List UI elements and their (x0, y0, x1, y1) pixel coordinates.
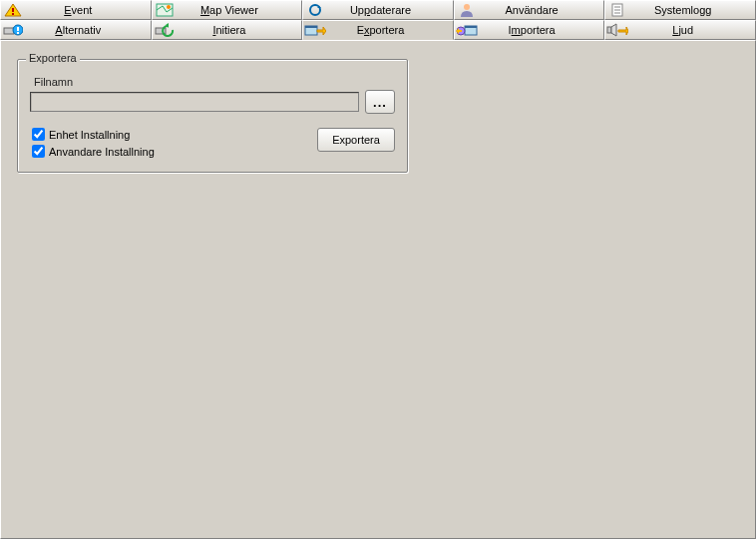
tab-systemlog[interactable]: Systemlogg (604, 0, 756, 20)
tab-updater[interactable]: Uppdaterare (302, 0, 454, 20)
tab-event[interactable]: Event (0, 0, 152, 20)
svg-rect-1 (12, 13, 14, 15)
checkbox-user-setting[interactable]: Anvandare Installning (32, 145, 155, 158)
tab-label: Exportera (326, 24, 453, 36)
tab-label: Map Viewer (176, 4, 302, 16)
user-icon (456, 1, 478, 19)
checkbox-group: Enhet Installning Anvandare Installning (32, 128, 155, 158)
browse-button[interactable]: ... (365, 90, 395, 114)
export-icon (304, 21, 326, 39)
tab-initiera[interactable]: Initiera (152, 20, 303, 40)
svg-point-3 (167, 5, 171, 9)
svg-rect-20 (607, 27, 611, 33)
export-button[interactable]: Exportera (317, 128, 395, 152)
options-row: Enhet Installning Anvandare Installning … (30, 126, 395, 158)
document-icon (606, 1, 628, 19)
checkbox-user-input[interactable] (32, 145, 45, 158)
svg-rect-16 (305, 26, 317, 28)
checkbox-device-input[interactable] (32, 128, 45, 141)
svg-rect-10 (4, 28, 14, 34)
tab-ljud[interactable]: Ljud (604, 20, 756, 40)
groupbox-legend: Exportera (26, 52, 80, 64)
export-groupbox: Exportera Filnamn ... Enhet Installning … (17, 59, 408, 173)
tab-label: Importera (478, 24, 604, 36)
filename-label: Filnamn (34, 76, 395, 88)
tab-label: Användare (478, 4, 604, 16)
svg-rect-18 (465, 26, 477, 28)
checkbox-device-setting[interactable]: Enhet Installning (32, 128, 155, 141)
tab-label: Initiera (176, 24, 302, 36)
tab-label: Ljud (628, 24, 755, 36)
tab-label: Uppdaterare (326, 4, 453, 16)
checkbox-device-label: Enhet Installning (49, 129, 130, 141)
svg-point-5 (464, 4, 470, 10)
tab-map-viewer[interactable]: Map Viewer (152, 0, 303, 20)
tabs-row-2: Alternativ Initiera Exportera Importera … (0, 20, 756, 40)
refresh-icon (304, 1, 326, 19)
tab-importera[interactable]: Importera (454, 20, 605, 40)
svg-rect-12 (17, 27, 19, 31)
checkbox-user-label: Anvandare Installning (49, 146, 155, 158)
options-icon (2, 21, 24, 39)
filename-input[interactable] (30, 92, 359, 112)
tab-users[interactable]: Användare (454, 0, 605, 20)
filename-row: ... (30, 90, 395, 114)
tab-exportera[interactable]: Exportera (302, 20, 454, 40)
tab-label: Systemlogg (628, 4, 755, 16)
undo-icon (154, 21, 176, 39)
svg-rect-13 (17, 32, 19, 34)
tab-alternativ[interactable]: Alternativ (0, 20, 152, 40)
import-icon (456, 21, 478, 39)
tab-label: Event (24, 4, 151, 16)
map-icon (154, 1, 176, 19)
tab-label: Alternativ (24, 24, 151, 36)
svg-rect-0 (12, 8, 14, 12)
tabs-row-1: Event Map Viewer Uppdaterare Användare S… (0, 0, 756, 20)
content-area: Exportera Filnamn ... Enhet Installning … (0, 40, 756, 539)
alert-icon (2, 1, 24, 19)
sound-icon (606, 21, 628, 39)
